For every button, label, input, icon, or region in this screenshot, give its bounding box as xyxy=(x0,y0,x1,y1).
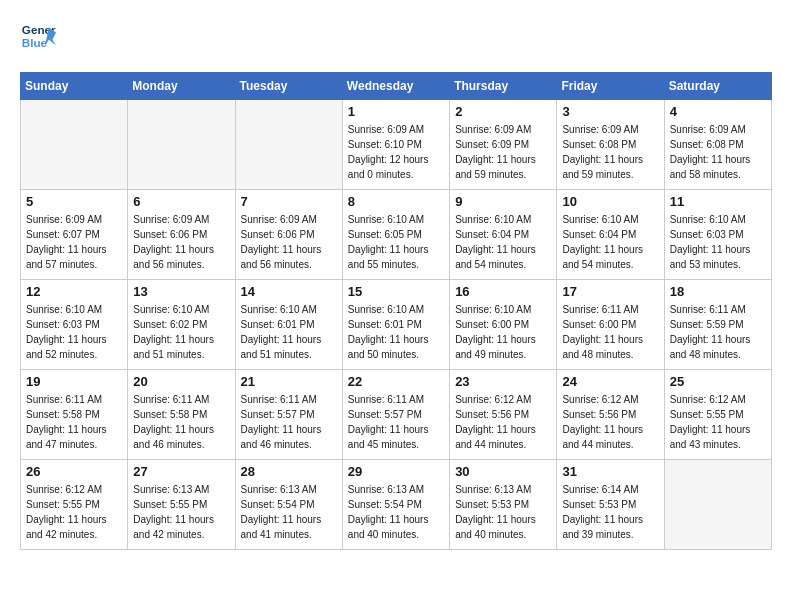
day-info: Sunrise: 6:12 AM Sunset: 5:55 PM Dayligh… xyxy=(26,482,122,542)
day-number: 23 xyxy=(455,374,551,389)
day-info: Sunrise: 6:12 AM Sunset: 5:56 PM Dayligh… xyxy=(562,392,658,452)
day-number: 8 xyxy=(348,194,444,209)
calendar-cell: 26Sunrise: 6:12 AM Sunset: 5:55 PM Dayli… xyxy=(21,460,128,550)
calendar-cell: 13Sunrise: 6:10 AM Sunset: 6:02 PM Dayli… xyxy=(128,280,235,370)
weekday-header-saturday: Saturday xyxy=(664,73,771,100)
day-number: 18 xyxy=(670,284,766,299)
calendar-cell xyxy=(235,100,342,190)
day-number: 21 xyxy=(241,374,337,389)
calendar-header: SundayMondayTuesdayWednesdayThursdayFrid… xyxy=(21,73,772,100)
day-info: Sunrise: 6:10 AM Sunset: 6:04 PM Dayligh… xyxy=(455,212,551,272)
day-info: Sunrise: 6:11 AM Sunset: 5:58 PM Dayligh… xyxy=(133,392,229,452)
day-number: 4 xyxy=(670,104,766,119)
calendar-cell: 3Sunrise: 6:09 AM Sunset: 6:08 PM Daylig… xyxy=(557,100,664,190)
calendar-cell: 30Sunrise: 6:13 AM Sunset: 5:53 PM Dayli… xyxy=(450,460,557,550)
day-info: Sunrise: 6:10 AM Sunset: 6:04 PM Dayligh… xyxy=(562,212,658,272)
calendar-cell: 15Sunrise: 6:10 AM Sunset: 6:01 PM Dayli… xyxy=(342,280,449,370)
calendar-cell: 23Sunrise: 6:12 AM Sunset: 5:56 PM Dayli… xyxy=(450,370,557,460)
calendar-cell: 18Sunrise: 6:11 AM Sunset: 5:59 PM Dayli… xyxy=(664,280,771,370)
day-number: 27 xyxy=(133,464,229,479)
day-number: 22 xyxy=(348,374,444,389)
day-number: 25 xyxy=(670,374,766,389)
calendar-cell: 19Sunrise: 6:11 AM Sunset: 5:58 PM Dayli… xyxy=(21,370,128,460)
day-number: 20 xyxy=(133,374,229,389)
logo-icon: General Blue xyxy=(20,20,56,56)
calendar-cell: 6Sunrise: 6:09 AM Sunset: 6:06 PM Daylig… xyxy=(128,190,235,280)
day-info: Sunrise: 6:11 AM Sunset: 6:00 PM Dayligh… xyxy=(562,302,658,362)
calendar-table: SundayMondayTuesdayWednesdayThursdayFrid… xyxy=(20,72,772,550)
day-info: Sunrise: 6:09 AM Sunset: 6:08 PM Dayligh… xyxy=(562,122,658,182)
calendar-cell: 16Sunrise: 6:10 AM Sunset: 6:00 PM Dayli… xyxy=(450,280,557,370)
day-number: 1 xyxy=(348,104,444,119)
calendar-cell: 5Sunrise: 6:09 AM Sunset: 6:07 PM Daylig… xyxy=(21,190,128,280)
weekday-header-tuesday: Tuesday xyxy=(235,73,342,100)
calendar-cell: 11Sunrise: 6:10 AM Sunset: 6:03 PM Dayli… xyxy=(664,190,771,280)
calendar-cell: 10Sunrise: 6:10 AM Sunset: 6:04 PM Dayli… xyxy=(557,190,664,280)
day-info: Sunrise: 6:10 AM Sunset: 6:05 PM Dayligh… xyxy=(348,212,444,272)
calendar-cell xyxy=(21,100,128,190)
day-number: 17 xyxy=(562,284,658,299)
calendar-cell: 17Sunrise: 6:11 AM Sunset: 6:00 PM Dayli… xyxy=(557,280,664,370)
day-number: 6 xyxy=(133,194,229,209)
day-number: 31 xyxy=(562,464,658,479)
calendar-cell: 22Sunrise: 6:11 AM Sunset: 5:57 PM Dayli… xyxy=(342,370,449,460)
calendar-cell: 12Sunrise: 6:10 AM Sunset: 6:03 PM Dayli… xyxy=(21,280,128,370)
day-number: 29 xyxy=(348,464,444,479)
day-info: Sunrise: 6:14 AM Sunset: 5:53 PM Dayligh… xyxy=(562,482,658,542)
calendar-cell: 27Sunrise: 6:13 AM Sunset: 5:55 PM Dayli… xyxy=(128,460,235,550)
calendar-cell xyxy=(664,460,771,550)
calendar-cell: 1Sunrise: 6:09 AM Sunset: 6:10 PM Daylig… xyxy=(342,100,449,190)
day-info: Sunrise: 6:12 AM Sunset: 5:55 PM Dayligh… xyxy=(670,392,766,452)
svg-text:Blue: Blue xyxy=(22,36,48,49)
day-info: Sunrise: 6:09 AM Sunset: 6:08 PM Dayligh… xyxy=(670,122,766,182)
calendar-cell: 25Sunrise: 6:12 AM Sunset: 5:55 PM Dayli… xyxy=(664,370,771,460)
calendar-cell: 21Sunrise: 6:11 AM Sunset: 5:57 PM Dayli… xyxy=(235,370,342,460)
day-info: Sunrise: 6:11 AM Sunset: 5:57 PM Dayligh… xyxy=(348,392,444,452)
day-number: 13 xyxy=(133,284,229,299)
day-number: 24 xyxy=(562,374,658,389)
day-info: Sunrise: 6:13 AM Sunset: 5:53 PM Dayligh… xyxy=(455,482,551,542)
day-info: Sunrise: 6:09 AM Sunset: 6:09 PM Dayligh… xyxy=(455,122,551,182)
day-info: Sunrise: 6:10 AM Sunset: 6:01 PM Dayligh… xyxy=(241,302,337,362)
day-info: Sunrise: 6:12 AM Sunset: 5:56 PM Dayligh… xyxy=(455,392,551,452)
calendar-cell: 20Sunrise: 6:11 AM Sunset: 5:58 PM Dayli… xyxy=(128,370,235,460)
day-info: Sunrise: 6:13 AM Sunset: 5:55 PM Dayligh… xyxy=(133,482,229,542)
day-number: 16 xyxy=(455,284,551,299)
day-number: 30 xyxy=(455,464,551,479)
day-info: Sunrise: 6:09 AM Sunset: 6:06 PM Dayligh… xyxy=(133,212,229,272)
day-number: 12 xyxy=(26,284,122,299)
day-info: Sunrise: 6:10 AM Sunset: 6:03 PM Dayligh… xyxy=(26,302,122,362)
calendar-cell: 24Sunrise: 6:12 AM Sunset: 5:56 PM Dayli… xyxy=(557,370,664,460)
day-number: 15 xyxy=(348,284,444,299)
weekday-header-wednesday: Wednesday xyxy=(342,73,449,100)
calendar-cell xyxy=(128,100,235,190)
day-info: Sunrise: 6:09 AM Sunset: 6:06 PM Dayligh… xyxy=(241,212,337,272)
day-number: 28 xyxy=(241,464,337,479)
day-number: 10 xyxy=(562,194,658,209)
day-info: Sunrise: 6:11 AM Sunset: 5:57 PM Dayligh… xyxy=(241,392,337,452)
day-info: Sunrise: 6:09 AM Sunset: 6:10 PM Dayligh… xyxy=(348,122,444,182)
day-info: Sunrise: 6:10 AM Sunset: 6:02 PM Dayligh… xyxy=(133,302,229,362)
day-number: 11 xyxy=(670,194,766,209)
calendar-cell: 4Sunrise: 6:09 AM Sunset: 6:08 PM Daylig… xyxy=(664,100,771,190)
day-info: Sunrise: 6:10 AM Sunset: 6:03 PM Dayligh… xyxy=(670,212,766,272)
day-info: Sunrise: 6:13 AM Sunset: 5:54 PM Dayligh… xyxy=(348,482,444,542)
day-info: Sunrise: 6:09 AM Sunset: 6:07 PM Dayligh… xyxy=(26,212,122,272)
calendar-cell: 2Sunrise: 6:09 AM Sunset: 6:09 PM Daylig… xyxy=(450,100,557,190)
day-info: Sunrise: 6:10 AM Sunset: 6:00 PM Dayligh… xyxy=(455,302,551,362)
calendar-cell: 8Sunrise: 6:10 AM Sunset: 6:05 PM Daylig… xyxy=(342,190,449,280)
day-number: 3 xyxy=(562,104,658,119)
calendar-cell: 31Sunrise: 6:14 AM Sunset: 5:53 PM Dayli… xyxy=(557,460,664,550)
calendar-cell: 29Sunrise: 6:13 AM Sunset: 5:54 PM Dayli… xyxy=(342,460,449,550)
day-number: 2 xyxy=(455,104,551,119)
weekday-header-sunday: Sunday xyxy=(21,73,128,100)
logo: General Blue xyxy=(20,20,56,56)
weekday-header-friday: Friday xyxy=(557,73,664,100)
day-number: 9 xyxy=(455,194,551,209)
day-number: 26 xyxy=(26,464,122,479)
day-number: 5 xyxy=(26,194,122,209)
day-info: Sunrise: 6:11 AM Sunset: 5:58 PM Dayligh… xyxy=(26,392,122,452)
calendar-cell: 7Sunrise: 6:09 AM Sunset: 6:06 PM Daylig… xyxy=(235,190,342,280)
day-info: Sunrise: 6:10 AM Sunset: 6:01 PM Dayligh… xyxy=(348,302,444,362)
weekday-header-thursday: Thursday xyxy=(450,73,557,100)
